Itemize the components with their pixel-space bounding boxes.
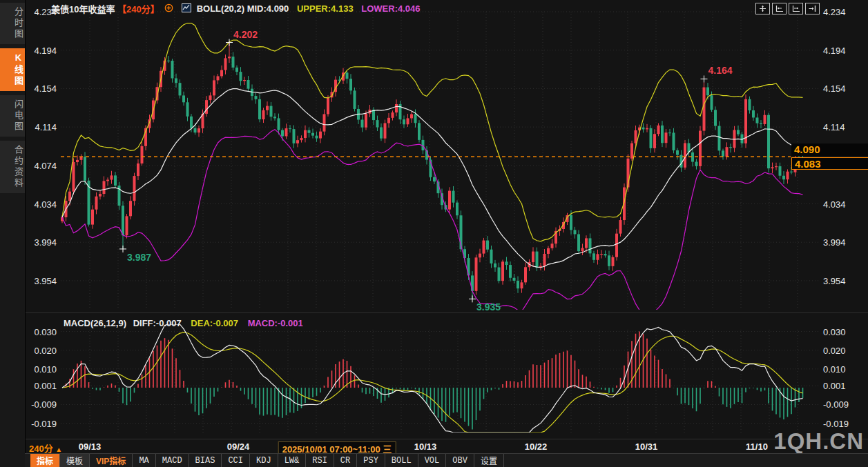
sidebar-tab-lightning[interactable]: 闪电图 <box>0 95 25 137</box>
svg-text:-0.009: -0.009 <box>31 399 57 410</box>
toolbar-item-0[interactable]: 指标 <box>30 454 60 467</box>
toolbar-item-14[interactable]: OBV <box>446 454 474 467</box>
toolbar-item-6[interactable]: CCI <box>222 454 250 467</box>
pan-right-icon[interactable] <box>805 3 820 14</box>
svg-text:3.935: 3.935 <box>476 301 501 312</box>
toolbar-item-7[interactable]: KDJ <box>250 454 278 467</box>
toolbar-item-2[interactable]: VIP指标 <box>90 454 133 467</box>
date-label: 09/13 <box>79 441 102 452</box>
last-price-badge: 4.083 <box>791 157 868 170</box>
chevron-up-icon: ▲ <box>55 446 62 453</box>
toolbar-item-8[interactable]: LW& <box>278 454 307 467</box>
toolbar-item-5[interactable]: BIAS <box>189 454 222 467</box>
macd-diff-value: DIFF:-0.007 <box>133 318 182 328</box>
svg-text:4.202: 4.202 <box>233 29 258 40</box>
boll-lower-value: LOWER:4.046 <box>361 3 420 14</box>
svg-text:4.034: 4.034 <box>34 199 57 210</box>
svg-text:4.074: 4.074 <box>34 161 57 171</box>
toolbar-item-13[interactable]: VOL <box>418 454 447 467</box>
macd-header: MACD(26,12,9) DIFF:-0.007 DEA:-0.007 MAC… <box>64 318 303 328</box>
toolbar-item-10[interactable]: CR <box>334 454 357 467</box>
chart-toolbuttons <box>755 3 820 14</box>
svg-text:4.114: 4.114 <box>35 122 57 132</box>
svg-text:4.034: 4.034 <box>823 199 846 210</box>
macd-macd-value: MACD:-0.001 <box>248 318 303 328</box>
chart-header: 美债10年收益率 【240分】 BOLL(20,2) MID:4.090 UPP… <box>51 2 421 14</box>
date-label: 10/22 <box>525 441 548 452</box>
chart-type-icon[interactable] <box>182 3 191 14</box>
svg-text:-0.019: -0.019 <box>31 419 57 429</box>
add-indicator-icon[interactable] <box>164 3 173 14</box>
sidebar: 分时图 K线图 闪电图 合约资料 <box>0 0 26 467</box>
crosshair-icon[interactable] <box>755 3 770 14</box>
svg-text:4.164: 4.164 <box>708 65 733 76</box>
toolbar-item-1[interactable]: 模板 <box>60 454 90 467</box>
watermark: 1QH.CN <box>773 428 864 455</box>
toolbar-item-15[interactable]: 设置 <box>474 454 504 467</box>
app-window: 4.2344.2344.1944.1944.1544.1544.1144.114… <box>0 0 868 467</box>
svg-text:-0.009: -0.009 <box>823 399 849 410</box>
macd-name: MACD(26,12,9) <box>64 318 126 328</box>
svg-text:4.154: 4.154 <box>823 83 846 94</box>
svg-text:3.994: 3.994 <box>823 237 846 248</box>
svg-text:3.954: 3.954 <box>34 276 57 286</box>
toolbar-item-11[interactable]: PSY <box>357 454 385 467</box>
svg-text:0.001: 0.001 <box>34 381 57 391</box>
svg-text:4.114: 4.114 <box>823 122 845 132</box>
svg-text:0.010: 0.010 <box>823 364 846 375</box>
svg-text:4.234: 4.234 <box>823 7 846 17</box>
date-label: 09/24 <box>227 441 250 452</box>
svg-text:0.030: 0.030 <box>823 327 846 337</box>
axis-zoom-right-icon[interactable] <box>789 3 803 14</box>
date-label: 11/10 <box>746 441 768 452</box>
sidebar-tab-timeshare[interactable]: 分时图 <box>0 3 25 44</box>
svg-text:0.001: 0.001 <box>823 381 846 391</box>
svg-text:4.154: 4.154 <box>34 83 57 94</box>
date-label: 10/13 <box>414 441 437 452</box>
toolbar-item-12[interactable]: BOLL <box>385 454 418 467</box>
instrument-title: 美债10年收益率 <box>51 4 115 14</box>
date-label: 10/31 <box>635 441 658 452</box>
boll-mid-value: MID:4.090 <box>247 3 289 14</box>
boll-label: BOLL(20,2) <box>197 3 244 14</box>
x-axis: 240分 ▲ 09/1309/242025/10/01 07:00~11:00 … <box>25 439 868 454</box>
sidebar-tab-contract-info[interactable]: 合约资料 <box>0 141 25 193</box>
reference-price-badge: 4.090 <box>791 143 868 156</box>
svg-text:0.030: 0.030 <box>34 327 57 337</box>
svg-text:-0.019: -0.019 <box>823 419 849 429</box>
svg-text:3.954: 3.954 <box>823 276 846 286</box>
svg-text:0.020: 0.020 <box>34 346 57 356</box>
period-badge[interactable]: 【240分】 <box>117 4 160 14</box>
boll-upper-value: UPPER:4.133 <box>297 3 354 14</box>
svg-text:0.020: 0.020 <box>823 346 846 356</box>
bottom-toolbar: 指标模板VIP指标MAMACDBIASCCIKDJLW&RSICRPSYBOLL… <box>25 453 868 467</box>
main-chart-canvas[interactable]: 4.2344.2344.1944.1944.1544.1544.1144.114… <box>0 0 868 454</box>
toolbar-item-4[interactable]: MACD <box>156 454 189 467</box>
svg-text:4.194: 4.194 <box>823 46 846 56</box>
toolbar-item-3[interactable]: MA <box>133 454 155 467</box>
macd-dea-value: DEA:-0.007 <box>191 318 238 328</box>
svg-text:0.010: 0.010 <box>34 364 57 375</box>
svg-text:4.194: 4.194 <box>34 46 57 56</box>
svg-text:3.994: 3.994 <box>34 237 57 248</box>
axis-zoom-left-icon[interactable] <box>772 3 787 14</box>
sidebar-tab-kline[interactable]: K线图 <box>0 48 25 91</box>
panel-divider <box>25 312 868 313</box>
toolbar-item-9[interactable]: RSI <box>306 454 334 467</box>
svg-text:3.987: 3.987 <box>127 252 151 263</box>
